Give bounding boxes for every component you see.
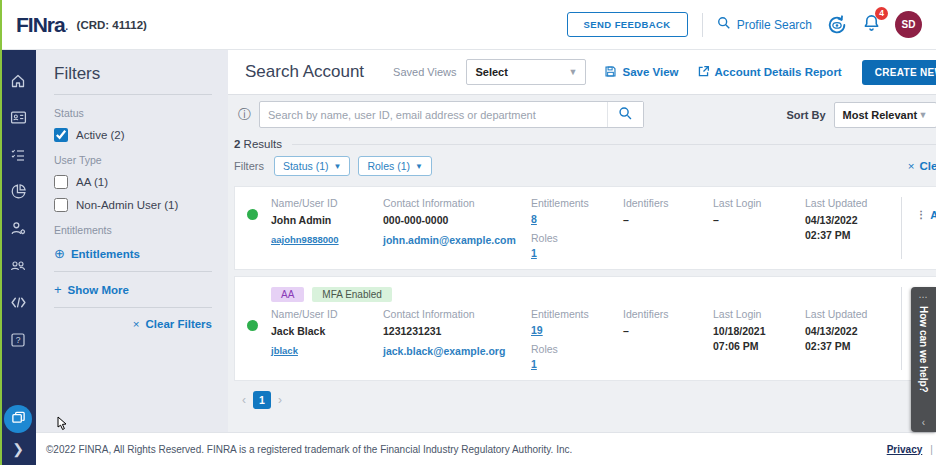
help-tab-label: How can we help? xyxy=(918,302,929,417)
plus-icon: + xyxy=(54,282,62,297)
history-eye-button[interactable] xyxy=(826,14,848,36)
add-entitlements-link[interactable]: ⊕ Entitlements xyxy=(54,246,212,261)
add-entitlements-label: Entitlements xyxy=(71,248,140,260)
phone-number: 000-000-0000 xyxy=(383,213,531,228)
help-tab[interactable]: ⋯ How can we help? ‹ xyxy=(911,287,936,432)
table-row: Name/User ID John Admin aajohn9888000 Co… xyxy=(234,186,936,270)
last-login-date: – xyxy=(713,213,805,228)
checklist-icon xyxy=(10,147,26,167)
app-switcher-button[interactable] xyxy=(4,405,32,433)
footer: ©2022 FINRA, All Rights Reserved. FINRA … xyxy=(36,432,936,465)
send-feedback-button[interactable]: SEND FEEDBACK xyxy=(567,12,688,37)
column-header: Entitlements xyxy=(531,308,623,320)
user-name: John Admin xyxy=(271,213,383,228)
previous-page-button[interactable]: ‹ xyxy=(242,393,246,407)
saved-views-select[interactable]: Select ▼ xyxy=(466,59,586,85)
non-admin-checkbox[interactable] xyxy=(54,198,68,212)
status-indicator xyxy=(247,197,271,259)
search-button[interactable] xyxy=(607,102,643,127)
current-page-button[interactable]: 1 xyxy=(253,391,271,409)
contact-card-icon xyxy=(10,109,27,130)
sidebar-item-users[interactable] xyxy=(0,249,36,286)
last-updated-time: 02:37 PM xyxy=(805,339,901,354)
aa-badge: AA xyxy=(271,287,304,302)
create-new-account-button[interactable]: CREATE NEW ACCOUNT xyxy=(862,60,936,85)
mouse-cursor xyxy=(57,416,68,435)
save-view-link[interactable]: Save View xyxy=(604,65,678,80)
sidebar-item-reports[interactable] xyxy=(0,175,36,212)
filter-checkbox-active[interactable]: Active (2) xyxy=(54,128,212,142)
sidebar-item-help[interactable]: ? xyxy=(0,323,36,360)
plus-circle-icon: ⊕ xyxy=(54,246,65,261)
filter-chip-roles[interactable]: Roles (1) ▼ xyxy=(358,156,432,176)
aa-checkbox[interactable] xyxy=(54,175,68,189)
page-title: Search Account xyxy=(245,62,364,82)
next-page-button[interactable]: › xyxy=(278,393,282,407)
entitlements-count-link[interactable]: 8 xyxy=(531,213,537,225)
profile-search-link[interactable]: Profile Search xyxy=(717,16,812,33)
sidebar-item-developer[interactable] xyxy=(0,286,36,323)
divider xyxy=(54,94,212,95)
mfa-enabled-badge: MFA Enabled xyxy=(312,287,391,302)
column-header: Last Login xyxy=(713,308,805,320)
results-count: 2 Results xyxy=(234,138,282,150)
filter-chip-status[interactable]: Status (1) ▼ xyxy=(274,156,350,176)
column-header: Roles xyxy=(531,343,623,355)
user-id-link[interactable]: jblack xyxy=(271,345,298,356)
active-checkbox[interactable] xyxy=(54,128,68,142)
sidebar-item-home[interactable] xyxy=(0,64,36,101)
chip-label: Status (1) xyxy=(283,160,329,172)
identifiers-value: – xyxy=(623,324,713,339)
filters-label: Filters xyxy=(234,160,264,172)
entitlements-count-link[interactable]: 19 xyxy=(531,324,543,336)
crd-number: (CRD: 41112) xyxy=(77,19,147,31)
user-type-section-label: User Type xyxy=(54,154,212,166)
sidebar-item-tasks[interactable] xyxy=(0,138,36,175)
saved-views-label: Saved Views xyxy=(393,66,456,78)
email-link[interactable]: jack.black@example.org xyxy=(383,345,531,357)
kebab-icon: ⋮ xyxy=(916,209,926,221)
info-icon[interactable]: ⓘ xyxy=(238,106,251,124)
results-area: 2 Results Filters Status (1) ▼ Roles (1)… xyxy=(228,134,936,432)
phone-number: 1231231231 xyxy=(383,324,531,339)
show-more-link[interactable]: + Show More xyxy=(54,282,212,297)
row-actions-button[interactable]: ⋮ Actions xyxy=(916,209,936,259)
sidebar-item-contacts[interactable] xyxy=(0,101,36,138)
chevron-down-icon: ▼ xyxy=(333,162,341,171)
external-link-icon xyxy=(697,65,710,80)
account-details-report-label: Account Details Report xyxy=(715,66,842,78)
finra-logo: FINra xyxy=(16,13,65,37)
avatar[interactable]: SD xyxy=(895,11,922,38)
account-details-report-link[interactable]: Account Details Report xyxy=(697,65,842,80)
filter-checkbox-aa[interactable]: AA (1) xyxy=(54,175,212,189)
active-status-dot xyxy=(247,320,258,331)
sort-by-label: Sort By xyxy=(786,109,825,121)
search-input[interactable] xyxy=(260,109,607,121)
code-icon xyxy=(10,294,27,315)
privacy-link[interactable]: Privacy xyxy=(887,444,923,455)
search-field xyxy=(259,101,644,128)
column-header: Identifiers xyxy=(623,308,713,320)
sort-select[interactable]: Most Relevant ▼ xyxy=(834,102,936,128)
user-settings-icon xyxy=(10,220,27,241)
clear-filters-link[interactable]: × Clear Filters xyxy=(908,160,936,172)
email-link[interactable]: john.admin@example.com xyxy=(383,234,531,246)
active-status-dot xyxy=(247,209,258,220)
applied-filters-row: Filters Status (1) ▼ Roles (1) ▼ × Clear… xyxy=(234,156,936,176)
filter-checkbox-non-admin[interactable]: Non-Admin User (1) xyxy=(54,198,212,212)
user-id-link[interactable]: aajohn9888000 xyxy=(271,234,339,245)
home-icon xyxy=(10,73,26,93)
last-login-date: 10/18/2021 xyxy=(713,324,805,339)
sidebar-item-user-settings[interactable] xyxy=(0,212,36,249)
roles-count-link[interactable]: 1 xyxy=(531,247,537,259)
notifications-button[interactable]: 4 xyxy=(862,13,881,37)
profile-search-label: Profile Search xyxy=(737,18,812,32)
panel-clear-filters-link[interactable]: × Clear Filters xyxy=(54,318,212,330)
checkbox-label: Non-Admin User (1) xyxy=(76,199,178,211)
roles-count-link[interactable]: 1 xyxy=(531,358,537,370)
nav-rail: ? ❯ xyxy=(0,50,36,465)
column-header: Contact Information xyxy=(383,197,531,209)
divider: | xyxy=(930,444,933,455)
expand-sidebar-button[interactable]: ❯ xyxy=(12,441,24,459)
column-header: Name/User ID xyxy=(271,308,383,320)
